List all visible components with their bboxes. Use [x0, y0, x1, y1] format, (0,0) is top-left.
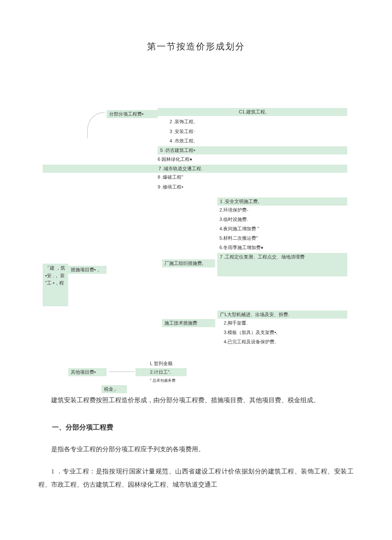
fbfx-row-5: 5 .仿古建筑工程• [158, 146, 347, 154]
fbfx-row-3: 3 .安装工程· [170, 128, 195, 135]
other-row-1: L 暂列金额 [150, 360, 173, 367]
node-org-measures: 厂施工组织措施费, [162, 259, 215, 267]
org-row-7: 7 .工程定位复测、工程点交、场地清理费 [217, 253, 347, 276]
paragraph-2: 是指各专业工程的分部分项工程应予列支的各项费用。 [38, 443, 354, 456]
org-row-3: 3.临时设施费. [219, 216, 248, 223]
connector-line [109, 372, 134, 372]
org-row-1: 1 .安全文明施工费, [217, 197, 347, 206]
node-tax: 税金」 [101, 385, 127, 393]
fbfx-row-2: 2 .装饰工程, [170, 119, 195, 125]
org-row-6: 6.冬雨季施工增加费♦ [219, 244, 263, 251]
tech-row-3: 3.模板（胎具）及支架费•, [224, 329, 277, 336]
root-node: 「建 ，筑 •安 .， 装 "工 •，程 [43, 264, 68, 306]
heading-1: 一、分部分项工程费 [38, 420, 354, 435]
org-row-5: 5.材料二次搬运费" [219, 235, 258, 241]
section-title: 第一节按造价形成划分 [0, 41, 392, 52]
fbfx-row-4: 4 .市政工程, [170, 138, 195, 144]
other-row-2: 2.计日工". [135, 368, 187, 376]
fbfx-row-8: 8 .爆破工程" [158, 174, 183, 180]
paragraph-1: 建筑安装工程费按照工程造价形成，由分部分项工程费、措施项目费、其他项目费、税金组… [38, 394, 354, 407]
paragraph-3: 1 ．专业工程：是指按现行国家计量规范、山西省建设工程计价依据划分的建筑工程、装… [38, 465, 354, 492]
org-row-2: 2.环境保护费- [219, 207, 248, 213]
diagram-area: 「建 ，筑 •安 .， 装 "工 •，程 分部分项工程费• 措施项目费•， 其他… [0, 95, 392, 394]
body-text: 建筑安装工程费按照工程造价形成，由分部分项工程费、措施项目费、其他项目费、税金组… [0, 394, 392, 492]
fbfx-row-9: 9 .修缮工程• [158, 184, 183, 190]
fbfx-row-6: 6 园林绿化工程♦ [158, 156, 192, 163]
fbfx-row-1: C1.建筑工程, [158, 108, 347, 116]
node-csxm: 措施项目费•， [68, 266, 107, 274]
page: 第一节按造价形成划分 「建 ，筑 •安 .， 装 "工 •，程 分部分项工程费•… [0, 0, 392, 540]
fbfx-row-7: 7 .城市轨道交通工程. [43, 165, 347, 173]
org-row-4: 4.夜间施工增加费 " [219, 226, 259, 232]
tech-row-2: 2.脚手架覆. [224, 320, 248, 326]
tech-row-4: 4.已完工程及设备保护费, [224, 339, 276, 345]
node-fbfx: 分部分项工程费• [107, 110, 158, 118]
tech-row-1: 广L大型机械进、出场及安、拆费. [217, 311, 347, 319]
other-row-3: ° 总承包服务费 [150, 378, 176, 383]
connector-arc [87, 112, 105, 138]
node-other: 其他项目费• [68, 368, 107, 376]
node-tech-measures: 施工技术措施费 [162, 319, 215, 327]
